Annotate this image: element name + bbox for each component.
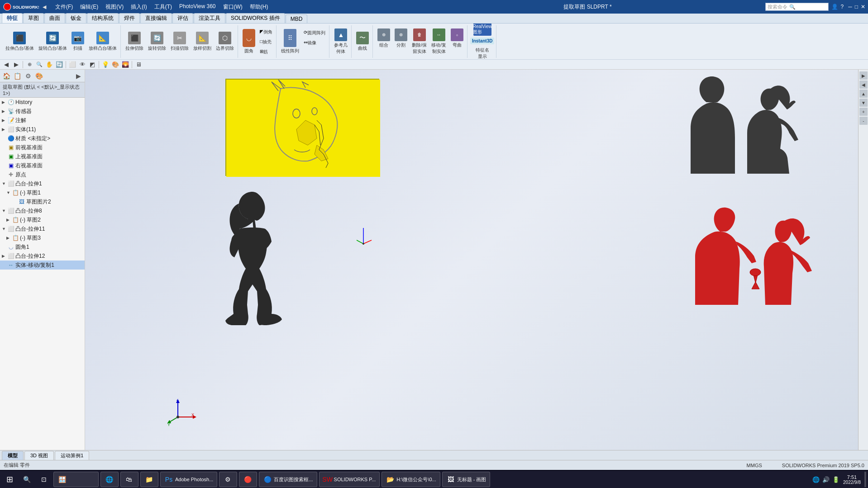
tree-item-boss1[interactable]: ▼ ⬜ 凸台-拉伸1 xyxy=(0,179,85,188)
panel-btn-property[interactable]: 📋 xyxy=(13,71,22,81)
volume-icon[interactable]: 🔊 xyxy=(822,476,830,483)
tab-feature[interactable]: 特征 xyxy=(2,13,23,23)
ribbon-btn-cut-revolve[interactable]: 🔄 旋转切除 xyxy=(146,31,168,52)
ribbon-btn-mirror[interactable]: ⇔ 镜像 xyxy=(302,38,327,47)
tab-evaluate[interactable]: 评估 xyxy=(172,13,193,23)
tab-surface[interactable]: 曲面 xyxy=(44,13,65,23)
view-btn-pan[interactable]: ✋ xyxy=(45,61,54,69)
tree-item-top-plane[interactable]: ▣ 上视基准面 xyxy=(0,152,85,161)
tree-item-sensor[interactable]: ▶ 📡 传感器 xyxy=(0,107,85,116)
ribbon-btn-instant3d[interactable]: Instant3D xyxy=(470,38,495,44)
ribbon-btn-linear-pattern[interactable]: ⠿ 线性阵列 xyxy=(279,28,301,55)
view-btn-zoom-area[interactable]: 🔍 xyxy=(35,61,44,69)
view-btn-lights[interactable]: 💡 xyxy=(101,61,110,69)
ribbon-btn-fillet[interactable]: ◡ 圆角 xyxy=(241,28,257,55)
tree-item-sketch2[interactable]: ▶ 📋 (-) 草图2 xyxy=(0,215,85,224)
tree-item-fillet1[interactable]: ◡ 圆角1 xyxy=(0,242,85,251)
right-mini-btn3[interactable]: ▲ xyxy=(859,90,868,98)
show-desktop-btn[interactable] xyxy=(864,472,866,487)
ribbon-btn-curves[interactable]: 〜 曲线 xyxy=(354,31,371,52)
view-btn-view-orient[interactable]: 🖥 xyxy=(134,61,143,69)
bottom-tab-3d[interactable]: 3D 视图 xyxy=(24,451,54,460)
ribbon-btn-shell[interactable]: □ 抽壳 xyxy=(258,37,274,46)
panel-btn-feature[interactable]: 🏠 xyxy=(2,71,11,81)
view-btn-back[interactable]: ◀ xyxy=(2,61,11,69)
ribbon-btn-loft-cut[interactable]: 📐 放样切割 xyxy=(191,31,213,52)
view-btn-rotate[interactable]: 🔄 xyxy=(55,61,64,69)
panel-btn-expand[interactable]: ▶ xyxy=(74,71,83,81)
tree-item-sketch3[interactable]: ▶ 📋 (-) 草图3 xyxy=(0,233,85,242)
ribbon-btn-rib[interactable]: ⊞ 筋 xyxy=(258,47,274,56)
search-box[interactable]: 搜索命令 🔍 xyxy=(765,3,829,11)
tree-item-sketch-img2[interactable]: 🖼 草图图片2 xyxy=(0,197,85,206)
view-btn-appearance[interactable]: 🎨 xyxy=(111,61,120,69)
view-btn-display-style[interactable]: ⬜ xyxy=(68,61,77,69)
panel-btn-config[interactable]: ⚙ xyxy=(24,71,33,81)
bottom-tab-model[interactable]: 模型 xyxy=(2,451,24,460)
minimize-btn[interactable]: ─ xyxy=(848,4,852,10)
taskbar-item-paint[interactable]: 🖼 无标题 - 画图 xyxy=(442,472,491,487)
taskbar-item-solidworks[interactable]: SW SOLIDWORKS P... xyxy=(319,472,380,487)
tree-item-boss8[interactable]: ▼ ⬜ 凸台-拉伸8 xyxy=(0,206,85,215)
view-btn-scene[interactable]: 🌄 xyxy=(121,61,130,69)
ribbon-btn-split[interactable]: ⊗ 分割 xyxy=(393,28,409,56)
tab-render[interactable]: 渲染工具 xyxy=(194,13,225,23)
ribbon-btn-cut-extrude[interactable]: ⬛ 拉伸切除 xyxy=(124,31,145,52)
tab-sketch[interactable]: 草图 xyxy=(23,13,44,23)
right-mini-btn5[interactable]: + xyxy=(859,108,868,116)
taskbar-item-photoshop[interactable]: Ps Adobe Photosh... xyxy=(160,472,217,487)
ribbon-btn-combine[interactable]: ⊕ 组合 xyxy=(376,28,392,56)
menu-file[interactable]: 文件(F) xyxy=(55,3,73,11)
right-mini-btn4[interactable]: ▼ xyxy=(859,99,868,107)
view-btn-zoom-fit[interactable]: ⊕ xyxy=(25,61,34,69)
taskbar-item-browser[interactable]: 🌐 xyxy=(100,472,119,487)
tab-sheetmetal[interactable]: 钣金 xyxy=(66,13,86,23)
tree-item-right-plane[interactable]: ▣ 右视基准面 xyxy=(0,161,85,170)
network-icon[interactable]: 🌐 xyxy=(812,476,820,483)
ribbon-btn-feature-name[interactable]: 特征名显示 xyxy=(474,45,491,60)
taskbar-item-folder[interactable]: 📂 H:\微信公众号\0... xyxy=(382,472,440,487)
tab-addins[interactable]: SOLIDWORKS 插件 xyxy=(226,13,285,23)
taskbar-btn-task-view[interactable]: ⊡ xyxy=(36,472,52,487)
tree-item-history[interactable]: ▶ 🕐 History xyxy=(0,98,85,107)
taskbar-item-baidu[interactable]: 🔵 百度识图搜索框... xyxy=(259,472,317,487)
tree-item-origin[interactable]: ✚ 原点 xyxy=(0,170,85,179)
menu-tools[interactable]: 工具(T) xyxy=(154,3,172,11)
tree-item-solid[interactable]: ▶ ⬜ 实体(11) xyxy=(0,125,85,134)
viewport[interactable]: X Z Y xyxy=(85,70,858,450)
user-icon[interactable]: 👤 xyxy=(831,4,838,10)
ribbon-btn-scan[interactable]: 📷 扫描 xyxy=(70,31,86,52)
battery-icon[interactable]: 🔋 xyxy=(832,476,839,483)
taskbar-item-app2[interactable]: 🔴 xyxy=(239,472,257,487)
help-icon[interactable]: ? xyxy=(841,4,844,10)
taskbar-item-files[interactable]: 📁 xyxy=(140,472,158,487)
menu-photoview[interactable]: PhotoView 360 xyxy=(179,3,216,11)
menu-help[interactable]: 帮助(H) xyxy=(250,3,268,11)
tree-item-boss12[interactable]: ▶ ⬜ 凸台-拉伸12 xyxy=(0,251,85,261)
menu-insert[interactable]: 插入(I) xyxy=(131,3,147,11)
ribbon-btn-revolve[interactable]: 🔄 旋转凸台/基体 xyxy=(37,31,69,52)
menu-edit[interactable]: 编辑(E) xyxy=(80,3,98,11)
tab-direct-edit[interactable]: 直接编辑 xyxy=(140,13,172,23)
start-button[interactable]: ⊞ xyxy=(2,472,17,487)
taskbar-clock[interactable]: 7:51 2022/9/8 xyxy=(843,474,861,485)
tree-item-boss11[interactable]: ▼ ⬜ 凸台-拉伸11 xyxy=(0,224,85,233)
panel-btn-display[interactable]: 🎨 xyxy=(34,71,43,81)
view-btn-section[interactable]: ◩ xyxy=(88,61,97,69)
ribbon-btn-loft[interactable]: 📐 放样凸台/基体 xyxy=(87,31,119,52)
ribbon-btn-delete-body[interactable]: 🗑 删除/保留实体 xyxy=(410,28,429,56)
ribbon-btn-realview[interactable]: RealView图形 xyxy=(472,24,493,37)
right-mini-btn6[interactable]: - xyxy=(859,117,868,125)
tab-mbd[interactable]: MBD xyxy=(286,14,308,23)
tree-item-sketch1[interactable]: ▼ 📋 (-) 草图1 xyxy=(0,188,85,197)
ribbon-btn-indent[interactable]: ⬦ 弯曲 xyxy=(449,28,465,56)
ribbon-btn-scan-cut[interactable]: ✂ 扫描切除 xyxy=(169,31,191,52)
tab-structure[interactable]: 结构系统 xyxy=(87,13,119,23)
ribbon-btn-circular-pattern[interactable]: ⟳ 圆周阵列 xyxy=(302,28,327,37)
menu-window[interactable]: 窗口(W) xyxy=(223,3,243,11)
bottom-tab-motion[interactable]: 运动算例1 xyxy=(55,451,89,460)
tree-item-front-plane[interactable]: ▣ 前视基准面 xyxy=(0,143,85,152)
tab-weld[interactable]: 焊件 xyxy=(119,13,140,23)
ribbon-btn-ref-geometry[interactable]: ▲ 参考几何体 xyxy=(332,28,349,56)
ribbon-btn-boss-extrude[interactable]: ⬛ 拉伸凸台/基体 xyxy=(4,31,36,52)
